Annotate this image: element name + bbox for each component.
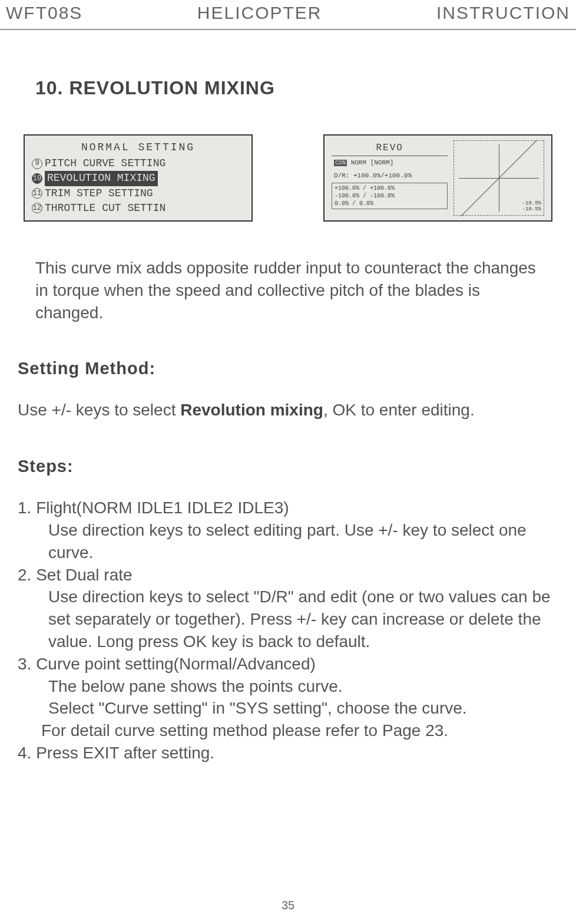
graph-labels: -10.5% -10.5% xyxy=(522,201,541,213)
menu-item: 9 PITCH CURVE SETTING xyxy=(32,156,244,171)
revo-title: REVO xyxy=(332,140,448,156)
lcd-menu-screenshot: NORMAL SETTING 9 PITCH CURVE SETTING 10 … xyxy=(24,134,253,222)
steps-list: 1. Flight(NORM IDLE1 IDLE2 IDLE3) Use di… xyxy=(18,497,558,764)
revo-value-row: 0.0% / 0.0% xyxy=(335,200,445,207)
step-body: Use direction keys to select editing par… xyxy=(18,519,558,564)
revo-graph: -10.5% -10.5% xyxy=(453,140,544,216)
menu-item: 11 TRIM STEP SETTING xyxy=(32,186,244,201)
step-head: 1. Flight(NORM IDLE1 IDLE2 IDLE3) xyxy=(18,497,558,519)
menu-item-label: PITCH CURVE SETTING xyxy=(45,156,165,171)
text-post: , OK to enter editing. xyxy=(323,401,475,419)
menu-item-label: REVOLUTION MIXING xyxy=(45,171,158,186)
menu-num-icon: 10 xyxy=(32,173,42,184)
section-title: 10. REVOLUTION MIXING xyxy=(35,77,558,99)
menu-item: 12 THROTTLE CUT SETTIN xyxy=(32,201,244,216)
screenshots-row: NORMAL SETTING 9 PITCH CURVE SETTING 10 … xyxy=(24,134,552,222)
text-bold: Revolution mixing xyxy=(180,401,323,419)
steps-title: Steps: xyxy=(18,457,558,476)
revo-dr: D/R: +100.0%/+100.0% xyxy=(332,170,448,182)
revo-badge: CON xyxy=(334,160,347,166)
revo-value-row: -100.0% / -100.0% xyxy=(335,192,445,200)
graph-label: -10.5% xyxy=(522,207,541,213)
description-paragraph: This curve mix adds opposite rudder inpu… xyxy=(35,257,541,324)
revo-mode: NORM [NORM] xyxy=(351,159,394,166)
step-head: 3. Curve point setting(Normal/Advanced) xyxy=(18,653,558,675)
step-head: 4. Press EXIT after setting. xyxy=(18,742,558,764)
step-body: The below pane shows the points curve. xyxy=(18,675,558,698)
step-body: Select "Curve setting" in "SYS setting",… xyxy=(18,697,558,720)
revo-values-box: +100.0% / +100.0% -100.0% / -100.0% 0.0%… xyxy=(332,183,448,209)
revo-value-row: +100.0% / +100.0% xyxy=(335,184,445,192)
header-center: HELICOPTER xyxy=(197,3,322,23)
page-header: WFT08S HELICOPTER INSTRUCTION xyxy=(0,0,576,30)
step-body: For detail curve setting method please r… xyxy=(18,720,558,742)
setting-method-text: Use +/- keys to select Revolution mixing… xyxy=(18,399,558,421)
page-content: 10. REVOLUTION MIXING NORMAL SETTING 9 P… xyxy=(0,77,576,764)
page-number: 35 xyxy=(282,899,294,912)
lcd-revo-screenshot: REVO CON NORM [NORM] D/R: +100.0%/+100.0… xyxy=(323,134,552,222)
menu-num-icon: 9 xyxy=(32,159,42,169)
revo-info-panel: REVO CON NORM [NORM] D/R: +100.0%/+100.0… xyxy=(332,140,448,216)
menu-num-icon: 12 xyxy=(32,203,42,213)
step-head: 2. Set Dual rate xyxy=(18,564,558,586)
menu-item-selected: 10 REVOLUTION MIXING xyxy=(32,171,244,186)
header-left: WFT08S xyxy=(6,3,82,23)
menu-num-icon: 11 xyxy=(32,188,42,199)
setting-method-title: Setting Method: xyxy=(18,359,558,378)
header-right: INSTRUCTION xyxy=(436,3,570,23)
menu-item-label: THROTTLE CUT SETTIN xyxy=(45,201,165,216)
text-pre: Use +/- keys to select xyxy=(18,401,180,419)
revo-mode-line: CON NORM [NORM] xyxy=(332,157,448,169)
step-body: Use direction keys to select "D/R" and e… xyxy=(18,586,558,652)
menu-item-label: TRIM STEP SETTING xyxy=(45,186,153,201)
menu-header: NORMAL SETTING xyxy=(32,140,244,155)
